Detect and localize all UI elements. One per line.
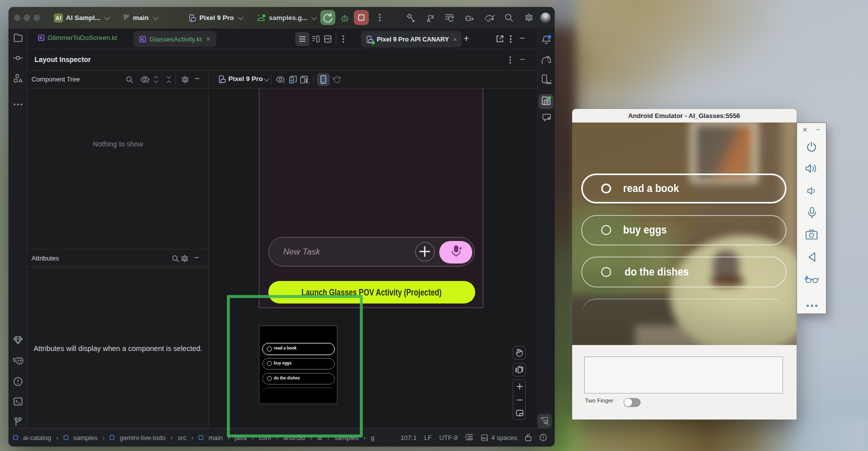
svg-text:A: A <box>427 18 430 23</box>
